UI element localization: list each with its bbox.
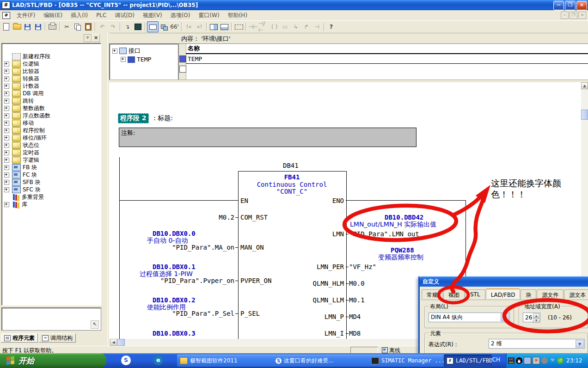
save-all-button[interactable] — [22, 22, 33, 32]
overview-button[interactable] — [219, 22, 230, 32]
tree-item-integer-math[interactable]: 整数函数 — [2, 104, 45, 112]
operand-lmn[interactable]: "PID_Para".LMN_out — [349, 230, 419, 238]
close-branch-button[interactable]: ↱ — [301, 22, 312, 32]
restore-button[interactable]: ❐ — [565, 1, 576, 10]
tab-source-text[interactable]: 源文本 — [564, 289, 588, 300]
tree-item-float-math[interactable]: 浮点数函数 — [2, 112, 50, 119]
tree-item-shift-rotate[interactable]: 移位/循环 — [2, 134, 47, 141]
interface-temp-node[interactable]: TEMP — [121, 56, 151, 63]
save-button[interactable] — [33, 22, 43, 32]
network-comment-box[interactable]: 注释: — [119, 128, 416, 147]
operand-p-sel[interactable]: "PID_Para".P_Sel — [139, 310, 234, 317]
tab-call-structure[interactable]: ≡调用结构 — [39, 333, 76, 343]
layout-select[interactable]: DIN A4 纵向 ▼ — [429, 313, 510, 322]
operand-pvper-on[interactable]: "PID_Para".Pvper_on — [139, 277, 234, 284]
operand-lmn-per[interactable]: "VF_Hz" — [349, 263, 376, 270]
tree-item-fc-blocks[interactable]: FC 块 — [2, 171, 37, 178]
next-network-button[interactable]: »! — [194, 22, 205, 32]
tree-item-multi-instance[interactable]: 多重背景 — [2, 193, 44, 201]
interface-root-node[interactable]: 接口 — [112, 47, 141, 55]
operand-qlmn-llm[interactable]: M0.1 — [349, 296, 365, 304]
collapse-icon[interactable] — [112, 49, 117, 54]
print-button[interactable] — [47, 22, 58, 32]
tree-item-status-bits[interactable]: 状态位 — [2, 141, 39, 149]
tree-item-fb-blocks[interactable]: FB 块 — [2, 164, 37, 171]
clock[interactable]: 23:12 — [566, 357, 582, 364]
tree-item-counter[interactable]: 计数器 — [2, 82, 39, 90]
expand-icon[interactable] — [4, 165, 9, 170]
operand-man-on[interactable]: "PID_Para".MA_on — [139, 244, 234, 251]
tree-item-timers[interactable]: 定时器 — [2, 149, 39, 156]
tree-item-program-control[interactable]: 程序控制 — [2, 127, 45, 134]
expand-icon[interactable] — [4, 98, 9, 104]
menu-window[interactable]: 窗口(W) — [194, 11, 223, 20]
menu-help[interactable]: 帮助(H) — [224, 11, 251, 20]
coil-button[interactable]: ( ) — [269, 22, 280, 32]
expand-icon[interactable] — [4, 84, 9, 89]
dialog-title-bar[interactable]: 自定义 — [420, 276, 588, 287]
expand-icon[interactable] — [4, 180, 9, 185]
tab-program-elements[interactable]: ▤程序元素 — [1, 333, 38, 343]
tree-item-converter[interactable]: 转换器 — [2, 75, 39, 82]
expand-icon[interactable] — [4, 76, 9, 81]
contact-no-button[interactable]: ⊣⊢ — [248, 22, 258, 32]
tab-view[interactable]: 视图 — [443, 289, 465, 300]
spin-down-icon[interactable]: ▼ — [533, 318, 539, 323]
taskbar-item-screenshot-app[interactable]: 极智截图软件2011 — [177, 355, 275, 367]
dropdown-arrow-icon[interactable]: ▼ — [576, 340, 584, 348]
tree-item-libraries[interactable]: 库 — [2, 201, 27, 208]
panel-dropdown-button[interactable]: ▼ — [84, 34, 92, 42]
goto-location-button[interactable]: ↴ — [122, 22, 133, 32]
expand-icon[interactable] — [4, 113, 9, 118]
spin-up-icon[interactable]: ▲ — [533, 313, 539, 318]
contact-nc-button[interactable]: ⊣/⊢ — [258, 22, 269, 32]
tree-item-comparator[interactable]: 比较器 — [2, 67, 39, 75]
expand-icon[interactable] — [4, 121, 9, 126]
monitor-button[interactable]: 66' — [169, 22, 180, 32]
dropdown-arrow-icon[interactable]: ▼ — [501, 313, 509, 321]
expression-select[interactable]: 2 维 ▼ — [489, 339, 585, 349]
menu-insert[interactable]: 插入(I) — [67, 11, 92, 20]
taskbar-item-chat-window[interactable]: S 这窗口看的好难受... — [273, 355, 371, 367]
scroll-thumb[interactable] — [117, 339, 125, 346]
security-tray-icon[interactable]: ↺ — [557, 357, 564, 364]
menu-plc[interactable]: PLC — [92, 11, 110, 19]
close-button[interactable]: × — [576, 1, 587, 10]
scroll-up-button[interactable]: ▲ — [581, 82, 588, 89]
scroll-left-button[interactable]: ◀ — [110, 339, 117, 346]
tree-item-new-network[interactable]: 新建程序段 — [2, 53, 50, 60]
tools-tray-icon[interactable]: ⚒ — [549, 357, 556, 364]
quick-launch-sogou-icon[interactable]: S — [121, 356, 131, 365]
expand-icon[interactable] — [4, 150, 9, 155]
open-button[interactable] — [12, 22, 22, 32]
expand-icon[interactable] — [4, 69, 9, 74]
copy-button[interactable] — [72, 22, 83, 32]
mdi-restore-button[interactable]: ❐ — [570, 12, 577, 19]
mdi-close-button[interactable]: × — [578, 12, 586, 19]
expand-icon[interactable] — [4, 158, 9, 163]
undo-button[interactable]: ↶ — [97, 22, 108, 32]
download-button[interactable] — [133, 22, 143, 32]
menu-debug[interactable]: 调试(D) — [110, 11, 139, 20]
empty-box-button[interactable]: ▭ — [280, 22, 290, 32]
expand-icon[interactable] — [121, 57, 126, 62]
taskbar-item-simatic-manager[interactable]: SIMATIC Manager ... — [368, 355, 447, 367]
split-view-button[interactable] — [208, 22, 219, 32]
operand-com-rst[interactable]: M0.2 — [139, 214, 234, 221]
volume-tray-icon[interactable] — [541, 357, 548, 364]
quick-launch-browser-icon[interactable]: e — [153, 356, 163, 365]
symbolic-representation-toggle[interactable] — [147, 21, 159, 32]
expand-icon[interactable] — [4, 91, 9, 96]
previous-network-button[interactable]: !« — [184, 22, 194, 32]
language-indicator[interactable]: CH — [492, 356, 500, 363]
menu-options[interactable]: 选项(O) — [166, 11, 195, 20]
expand-icon[interactable] — [4, 106, 9, 111]
expand-icon[interactable] — [4, 61, 9, 67]
expand-icon[interactable] — [4, 202, 9, 207]
paste-button[interactable] — [83, 22, 93, 32]
open-branch-button[interactable]: ↳ — [290, 22, 301, 32]
expand-icon[interactable] — [4, 172, 9, 178]
tab-general[interactable]: 常规 — [422, 289, 443, 300]
expand-icon[interactable] — [4, 135, 9, 141]
menu-edit[interactable]: 编辑(E) — [39, 11, 67, 20]
